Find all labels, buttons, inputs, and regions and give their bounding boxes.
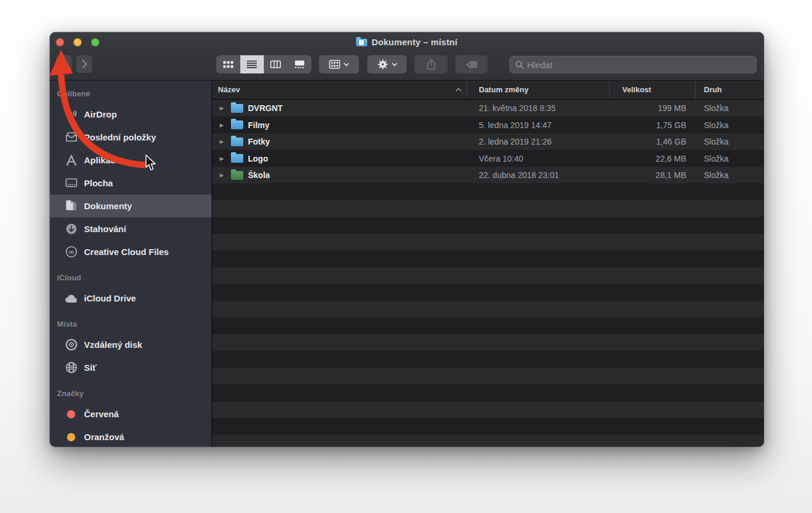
action-button[interactable] — [367, 55, 407, 73]
sidebar-item-erven[interactable]: Červená — [50, 403, 212, 425]
table-row[interactable]: ▶ Fotky 2. ledna 2019 21:26 1,46 GB Slož… — [212, 133, 764, 150]
icloud-drive-icon — [64, 291, 78, 306]
table-row[interactable]: ▶ Logo Včera 10:40 22,6 MB Složka — [212, 150, 764, 167]
file-size: 28,1 MB — [610, 170, 696, 180]
finder-window: Dokumenty – místní — [50, 32, 764, 447]
list-view-button[interactable] — [240, 55, 264, 73]
forward-button[interactable] — [76, 55, 92, 73]
search-field[interactable] — [509, 56, 757, 73]
sidebar-item-oran-ov[interactable]: Oranžová — [50, 425, 212, 447]
sidebar-item-plocha[interactable]: Plocha — [50, 172, 212, 195]
sidebar-section: iCloud iCloud Drive — [50, 268, 212, 310]
zoom-button[interactable] — [91, 38, 99, 46]
gallery-view-icon — [294, 61, 305, 68]
sidebar-item-vzd-len-disk[interactable]: Vzdálený disk — [50, 333, 212, 356]
disclosure-triangle-icon[interactable]: ▶ — [220, 156, 231, 162]
file-kind: Složka — [696, 154, 764, 163]
desktop-icon — [64, 176, 78, 190]
share-button[interactable] — [414, 55, 448, 73]
search-input[interactable] — [527, 60, 751, 70]
tag-dot-icon — [64, 430, 78, 444]
documents-icon — [64, 199, 78, 213]
back-button[interactable] — [56, 55, 72, 73]
grid-view-icon — [223, 61, 233, 68]
disclosure-triangle-icon[interactable]: ▶ — [220, 122, 231, 128]
window-chrome: Dokumenty – místní — [50, 32, 764, 81]
desktop-background: Dokumenty – místní — [0, 0, 812, 513]
sidebar-item-dokumenty[interactable]: Dokumenty — [50, 195, 212, 217]
search-icon — [515, 61, 524, 69]
share-icon — [427, 59, 436, 70]
traffic-lights — [56, 38, 99, 46]
file-date: 2. ledna 2019 21:26 — [467, 137, 610, 146]
column-view-icon — [270, 61, 281, 68]
folder-icon — [231, 120, 243, 129]
titlebar: Dokumenty – místní — [50, 32, 764, 52]
name-cell: ▶ DVRGNT — [212, 103, 467, 113]
tag-icon — [465, 61, 478, 69]
folder-icon — [231, 138, 243, 146]
sidebar-item-icloud-drive[interactable]: iCloud Drive — [50, 287, 212, 310]
sidebar-section-title: Značky — [50, 384, 212, 403]
sidebar-section: Značky Červená Oranžová — [50, 384, 212, 447]
sidebar-item-s[interactable]: Síť — [50, 356, 212, 379]
downloads-icon — [64, 222, 78, 236]
documents-folder-icon — [356, 39, 367, 46]
gear-icon — [377, 59, 388, 70]
folder-icon — [231, 154, 243, 163]
table-row[interactable]: ▶ DVRGNT 21. května 2018 8:35 199 MB Slo… — [212, 100, 764, 117]
sidebar-section-title: Oblíbené — [50, 84, 212, 103]
sidebar-section-title: Místa — [50, 314, 212, 333]
minimize-button[interactable] — [73, 38, 82, 46]
table-row[interactable]: ▶ Filmy 5. ledna 2019 14:47 1,75 GB Slož… — [212, 117, 764, 134]
sidebar-section-items: Vzdálený disk Síť — [50, 333, 212, 379]
file-kind: Složka — [696, 103, 764, 113]
sidebar-section-items: Červená Oranžová — [50, 403, 212, 447]
column-header-kind[interactable]: Druh — [696, 81, 764, 99]
sidebar-sections: Oblíbené AirDrop Poslední položky Aplika… — [50, 84, 212, 447]
sidebar-section-items: iCloud Drive — [50, 287, 212, 310]
name-cell: ▶ Filmy — [212, 120, 467, 130]
remote-disc-icon — [64, 338, 78, 352]
file-kind: Složka — [696, 120, 764, 130]
column-header-date[interactable]: Datum změny — [467, 81, 610, 99]
icon-view-button[interactable] — [216, 55, 240, 73]
sidebar-item-stahov-n[interactable]: Stahování — [50, 217, 212, 240]
file-name: Logo — [248, 154, 268, 163]
file-date: Včera 10:40 — [467, 154, 610, 163]
sidebar-item-posledn-polo-ky[interactable]: Poslední položky — [50, 126, 212, 149]
file-name: DVRGNT — [248, 103, 283, 113]
list-view-icon — [247, 61, 257, 68]
file-date: 21. května 2018 8:35 — [467, 103, 610, 113]
file-size: 1,75 GB — [610, 120, 696, 130]
list-header: Název Datum změny Velikost Druh — [212, 81, 764, 100]
sidebar-item-airdrop[interactable]: AirDrop — [50, 103, 212, 126]
folder-icon — [231, 104, 243, 113]
file-date: 22. dubna 2018 23:01 — [467, 170, 610, 180]
table-row[interactable]: ▶ Škola 22. dubna 2018 23:01 28,1 MB Slo… — [212, 167, 764, 184]
network-icon — [64, 361, 78, 375]
tag-button[interactable] — [455, 55, 488, 73]
sidebar-section-items: AirDrop Poslední položky Aplikace Plocha… — [50, 103, 212, 263]
sidebar-item-aplikace[interactable]: Aplikace — [50, 149, 212, 172]
column-header-size[interactable]: Velikost — [610, 81, 696, 99]
sidebar-section: Oblíbené AirDrop Poslední položky Aplika… — [50, 84, 212, 263]
name-cell: ▶ Škola — [212, 170, 467, 180]
file-date: 5. ledna 2019 14:47 — [467, 120, 610, 130]
sort-ascending-icon — [455, 88, 462, 92]
column-header-name[interactable]: Název — [212, 81, 467, 99]
disclosure-triangle-icon[interactable]: ▶ — [220, 139, 231, 145]
group-button[interactable] — [319, 55, 359, 73]
close-button[interactable] — [56, 38, 64, 46]
chevron-down-icon — [392, 63, 397, 66]
file-size: 199 MB — [610, 103, 696, 113]
toolbar — [50, 52, 764, 81]
sidebar: Oblíbené AirDrop Poslední položky Aplika… — [50, 81, 212, 447]
gallery-view-button[interactable] — [288, 55, 312, 73]
sidebar-item-creative-cloud-files[interactable]: ∞ Creative Cloud Files — [50, 240, 212, 263]
name-cell: ▶ Logo — [212, 154, 467, 163]
column-view-button[interactable] — [264, 55, 288, 73]
chevron-left-icon — [61, 60, 67, 68]
disclosure-triangle-icon[interactable]: ▶ — [220, 105, 231, 111]
disclosure-triangle-icon[interactable]: ▶ — [220, 172, 231, 178]
